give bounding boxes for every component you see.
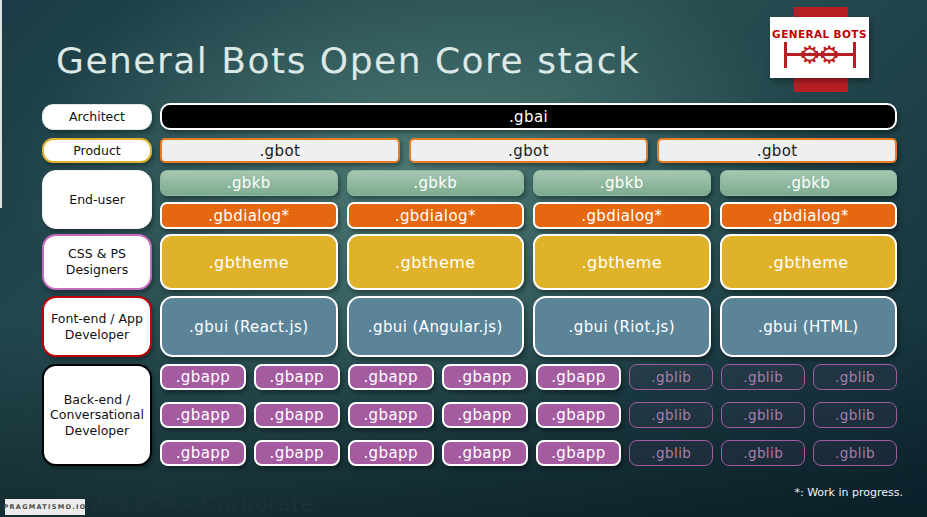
gblib-box: .gblib [721, 402, 805, 428]
gbapp-box: .gbapp [160, 440, 246, 466]
gbui-react-box: .gbui (React.js) [160, 296, 338, 357]
gbapp-box: .gbapp [348, 440, 434, 466]
role-label-css-ps-designers: CSS & PS Designers [42, 234, 152, 290]
gbdialog-box: .gbdialog* [347, 202, 525, 229]
row-gbot: .gbot .gbot .gbot [160, 138, 897, 163]
gbapp-box: .gbapp [536, 440, 622, 466]
gbapp-box: .gbapp [254, 402, 340, 428]
role-label-end-user: End-user [42, 170, 152, 229]
pragmatismo-logo-badge: PRAGMATISMO.IO [5, 499, 85, 515]
gblib-box: .gblib [629, 402, 713, 428]
gbapp-box: .gbapp [442, 402, 528, 428]
gblib-box: .gblib [721, 440, 805, 466]
gbtheme-box: .gbtheme [533, 234, 711, 290]
page-title: General Bots Open Core stack [56, 40, 640, 81]
role-label-backend-conversational-developer: Back-end / Conversational Developer [42, 364, 152, 466]
gbapp-box: .gbapp [160, 402, 246, 428]
gbtheme-box: .gbtheme [347, 234, 525, 290]
row-gbapp-1: .gbapp .gbapp .gbapp .gbapp .gbapp .gbli… [160, 364, 897, 390]
gbot-box: .gbot [160, 138, 400, 163]
logo-brand-text: GENERAL BOTS [772, 28, 867, 40]
gbdialog-box: .gbdialog* [160, 202, 338, 229]
role-label-product: Product [42, 138, 152, 163]
row-gbtheme: .gbtheme .gbtheme .gbtheme .gbtheme [160, 234, 897, 290]
gbapp-box: .gbapp [254, 440, 340, 466]
gbdialog-box: .gbdialog* [533, 202, 711, 229]
gblib-box: .gblib [813, 440, 897, 466]
gbui-angular-box: .gbui (Angular.js) [347, 296, 525, 357]
gbui-html-box: .gbui (HTML) [720, 296, 898, 357]
slide-edge-highlight [0, 0, 2, 208]
gblib-box: .gblib [813, 402, 897, 428]
row-gbapp-3: .gbapp .gbapp .gbapp .gbapp .gbapp .gbli… [160, 440, 897, 466]
gblib-box: .gblib [629, 440, 713, 466]
gbapp-box: .gbapp [442, 440, 528, 466]
gblib-box: .gblib [721, 364, 805, 390]
gbkb-box: .gbkb [720, 170, 898, 196]
gbot-box: .gbot [657, 138, 897, 163]
gbapp-box: .gbapp [160, 364, 246, 390]
footer-caption: 2018Q4 - Corporate [90, 492, 314, 516]
row-gbdialog: .gbdialog* .gbdialog* .gbdialog* .gbdial… [160, 202, 897, 229]
gbai-box: .gbai [160, 103, 897, 130]
row-gbui: .gbui (React.js) .gbui (Angular.js) .gbu… [160, 296, 897, 357]
gbapp-box: .gbapp [442, 364, 528, 390]
gbkb-box: .gbkb [347, 170, 525, 196]
row-gbai: .gbai [160, 103, 897, 130]
gbapp-box: .gbapp [348, 364, 434, 390]
work-in-progress-note: *: Work in progress. [794, 486, 903, 499]
gbapp-box: .gbapp [348, 402, 434, 428]
gbkb-box: .gbkb [533, 170, 711, 196]
gbapp-box: .gbapp [254, 364, 340, 390]
general-bots-logo: GENERAL BOTS ⚙ ⚙ [770, 17, 869, 78]
gbkb-box: .gbkb [160, 170, 338, 196]
gbdialog-box: .gbdialog* [720, 202, 898, 229]
role-label-architect: Architect [42, 104, 152, 130]
gblib-box: .gblib [629, 364, 713, 390]
slide-root: General Bots Open Core stack GENERAL BOT… [0, 0, 927, 517]
role-label-frontend-app-developer: Font-end / App Developer [42, 296, 152, 357]
gbapp-box: .gbapp [536, 364, 622, 390]
gbapp-box: .gbapp [536, 402, 622, 428]
row-gbkb: .gbkb .gbkb .gbkb .gbkb [160, 170, 897, 196]
gear-icon: ⚙ [819, 43, 841, 67]
gbtheme-box: .gbtheme [160, 234, 338, 290]
row-gbapp-2: .gbapp .gbapp .gbapp .gbapp .gbapp .gbli… [160, 402, 897, 428]
gears-icon: ⚙ ⚙ [784, 42, 856, 68]
gbui-riot-box: .gbui (Riot.js) [533, 296, 711, 357]
gear-icon: ⚙ [799, 43, 821, 67]
gblib-box: .gblib [813, 364, 897, 390]
gbtheme-box: .gbtheme [720, 234, 898, 290]
gbot-box: .gbot [409, 138, 649, 163]
